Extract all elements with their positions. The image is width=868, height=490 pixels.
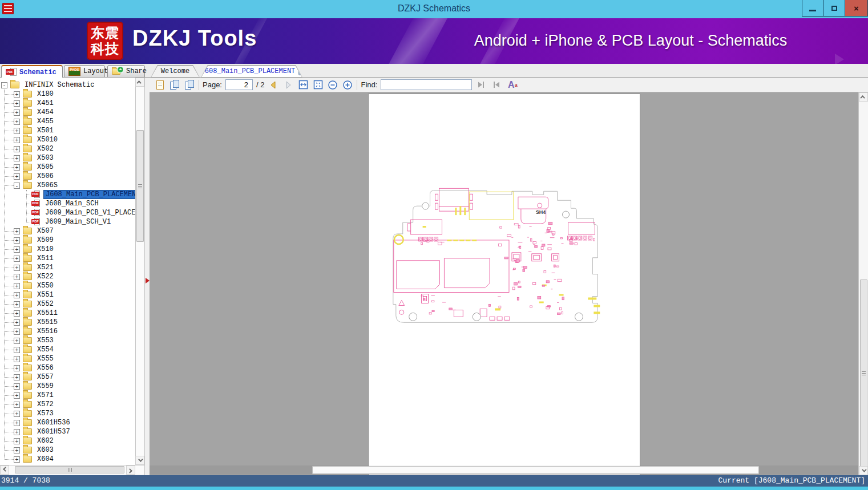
- tree-item-folder[interactable]: +X550: [5, 281, 135, 290]
- scroll-right-button[interactable]: [126, 465, 135, 475]
- find-next-button[interactable]: [490, 79, 502, 91]
- fit-page-button[interactable]: [312, 79, 324, 91]
- tree-item-file[interactable]: PDFJ608_Main_SCH: [26, 199, 135, 208]
- tree-item-folder[interactable]: +X507: [5, 226, 135, 236]
- tree-expand-toggle[interactable]: +: [14, 100, 20, 107]
- sidebar-horizontal-scrollbar[interactable]: [0, 465, 144, 475]
- tree-item-folder[interactable]: +X522: [5, 272, 135, 281]
- tree-item-folder[interactable]: -X506S: [5, 181, 135, 190]
- tree-expand-toggle[interactable]: +: [14, 146, 20, 152]
- tree-expand-toggle[interactable]: +: [14, 237, 20, 244]
- tree-item-folder[interactable]: +X556: [5, 363, 135, 372]
- copy-text-button[interactable]: [154, 79, 165, 91]
- tree-expand-toggle[interactable]: +: [14, 456, 20, 463]
- tree-item-folder[interactable]: +X180: [5, 90, 135, 99]
- next-page-button[interactable]: [282, 79, 294, 91]
- tree-expand-toggle[interactable]: +: [14, 301, 20, 307]
- scrollbar-thumb[interactable]: [15, 466, 124, 473]
- minimize-button[interactable]: [802, 0, 823, 17]
- main-horizontal-scrollbar[interactable]: [150, 465, 859, 475]
- tree-expand-toggle[interactable]: +: [14, 429, 20, 435]
- scroll-left-button[interactable]: [0, 465, 9, 475]
- tree-item-folder[interactable]: +X506: [5, 172, 135, 181]
- tree-expand-toggle[interactable]: +: [14, 292, 20, 298]
- tree-expand-toggle[interactable]: +: [14, 383, 20, 390]
- tree-item-folder[interactable]: +X455: [5, 117, 135, 126]
- scroll-down-button[interactable]: [859, 466, 868, 475]
- tree-item-folder[interactable]: +X5511: [5, 309, 135, 318]
- tree-expand-toggle[interactable]: +: [14, 110, 20, 116]
- tree-item-file[interactable]: PDFJ609_Main_SCH_V1: [26, 217, 135, 226]
- tree-item-folder[interactable]: +X501: [5, 126, 135, 135]
- tree-expand-toggle[interactable]: +: [14, 256, 20, 262]
- tree-expand-toggle[interactable]: -: [14, 183, 20, 189]
- tree-expand-toggle[interactable]: +: [14, 420, 20, 426]
- page-number-input[interactable]: [225, 79, 253, 90]
- tree-item-folder[interactable]: +X503: [5, 153, 135, 163]
- tree-item-folder[interactable]: +X559: [5, 382, 135, 391]
- tree-item-file[interactable]: PDFJ608_Main_PCB_PLACEMENT: [26, 190, 135, 199]
- tree-item-folder[interactable]: +X5515: [5, 318, 135, 327]
- tree-expand-toggle[interactable]: +: [14, 228, 20, 234]
- find-input[interactable]: [381, 79, 472, 90]
- scroll-down-button[interactable]: [135, 456, 144, 465]
- tree-expand-toggle[interactable]: +: [14, 392, 20, 399]
- previous-page-button[interactable]: [268, 79, 279, 91]
- tree-expand-toggle[interactable]: +: [14, 265, 20, 271]
- scroll-up-button[interactable]: [135, 78, 144, 87]
- tree-item-folder[interactable]: +X571: [5, 391, 135, 400]
- tree-item-folder[interactable]: +X603: [5, 446, 135, 455]
- sidebar-vertical-scrollbar[interactable]: [135, 78, 144, 465]
- tab-schematic[interactable]: PDF Schematic: [1, 65, 63, 78]
- doc-tab-welcome[interactable]: Welcome: [151, 65, 200, 78]
- tree-item-folder[interactable]: +X5516: [5, 327, 135, 336]
- zoom-out-button[interactable]: [327, 79, 338, 91]
- tree-expand-toggle[interactable]: +: [14, 356, 20, 362]
- tree-expand-toggle[interactable]: +: [14, 447, 20, 453]
- tree-item-folder[interactable]: +X604: [5, 455, 135, 464]
- tree-expand-toggle[interactable]: +: [14, 319, 20, 326]
- tree-item-folder[interactable]: -INFINIX Schematic: [1, 80, 135, 90]
- tree-item-folder[interactable]: +X602: [5, 436, 135, 446]
- pdf-viewport[interactable]: SH4: [150, 92, 859, 475]
- tree-expand-toggle[interactable]: +: [14, 438, 20, 444]
- tree-expand-toggle[interactable]: +: [14, 164, 20, 171]
- tree-item-folder[interactable]: +X454: [5, 108, 135, 117]
- tree-item-folder[interactable]: +X551: [5, 290, 135, 299]
- tree-expand-toggle[interactable]: +: [14, 91, 20, 98]
- tree-expand-toggle[interactable]: +: [14, 329, 20, 335]
- tree-expand-toggle[interactable]: +: [14, 137, 20, 143]
- tree-item-folder[interactable]: +X502: [5, 144, 135, 153]
- tab-share[interactable]: + Share: [107, 65, 145, 77]
- tree-item-folder[interactable]: +X601H537: [5, 427, 135, 436]
- tree-item-folder[interactable]: +X601H536: [5, 418, 135, 427]
- tree-expand-toggle[interactable]: +: [14, 283, 20, 289]
- tree-expand-toggle[interactable]: +: [14, 347, 20, 353]
- tree-item-folder[interactable]: +X552: [5, 299, 135, 309]
- tree-expand-toggle[interactable]: +: [14, 374, 20, 380]
- scrollbar-thumb[interactable]: [312, 466, 759, 474]
- tree-expand-toggle[interactable]: +: [14, 128, 20, 134]
- tree-item-folder[interactable]: +X555: [5, 354, 135, 363]
- tree-expand-toggle[interactable]: +: [14, 119, 20, 125]
- main-vertical-scrollbar[interactable]: [858, 92, 868, 475]
- tree-expand-toggle[interactable]: +: [14, 155, 20, 161]
- tree-item-file[interactable]: PDFJ609_Main_PCB_V1_PLACEMENT: [26, 208, 135, 217]
- fit-width-button[interactable]: [297, 79, 309, 91]
- scroll-up-button[interactable]: [859, 92, 868, 102]
- tree-item-folder[interactable]: +X509: [5, 236, 135, 245]
- tree-item-folder[interactable]: +X557: [5, 372, 135, 382]
- tree-item-folder[interactable]: +X554: [5, 345, 135, 354]
- match-case-button[interactable]: Aa: [505, 79, 520, 91]
- tree-item-folder[interactable]: +X573: [5, 409, 135, 418]
- tree-item-folder[interactable]: +X451: [5, 99, 135, 108]
- tree-expand-toggle[interactable]: +: [14, 402, 20, 408]
- tree-item-folder[interactable]: +X553: [5, 336, 135, 345]
- scrollbar-thumb[interactable]: [860, 280, 867, 467]
- scrollbar-thumb[interactable]: [136, 130, 144, 242]
- tree-expand-toggle[interactable]: +: [14, 310, 20, 317]
- tree-item-folder[interactable]: +X521: [5, 263, 135, 272]
- copy-page-button[interactable]: [184, 79, 195, 91]
- tree-item-folder[interactable]: +X5010: [5, 135, 135, 144]
- tree-expand-toggle[interactable]: +: [14, 365, 20, 371]
